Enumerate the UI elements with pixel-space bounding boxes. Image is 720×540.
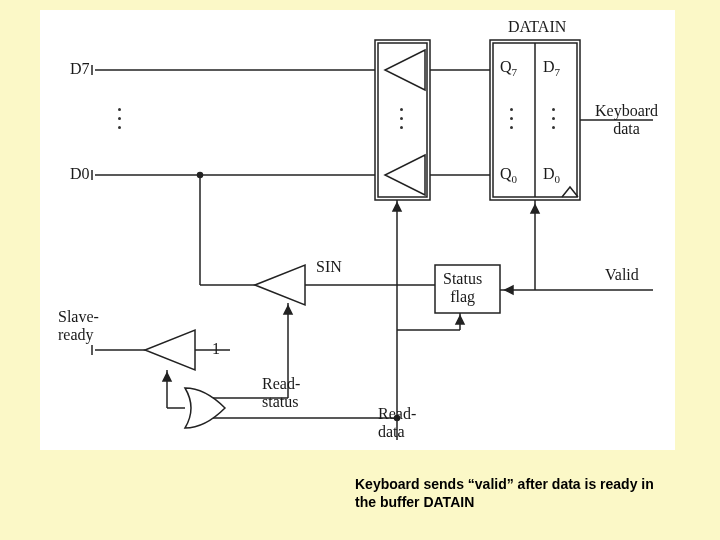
label-valid: Valid xyxy=(605,266,639,284)
label-keyboard-data: Keyboarddata xyxy=(595,102,658,138)
diagram-panel: D7 D0 DATAIN Q7 D7 Q0 D0 Keyboarddata Va… xyxy=(40,10,675,450)
label-q0: Q0 xyxy=(500,165,517,185)
label-d0: D0 xyxy=(70,165,90,183)
label-q7: Q7 xyxy=(500,58,517,78)
label-status-flag: Statusflag xyxy=(443,270,482,306)
schematic-svg xyxy=(40,10,675,450)
label-slave-ready: Slave-ready xyxy=(58,308,99,344)
label-one: 1 xyxy=(212,340,220,358)
svg-point-17 xyxy=(198,173,203,178)
ellipsis-buffers xyxy=(400,108,403,129)
ellipsis-d xyxy=(552,108,555,129)
label-read-status: Read-status xyxy=(262,375,300,411)
label-datain: DATAIN xyxy=(508,18,566,36)
label-d7r: D7 xyxy=(543,58,560,78)
label-d7: D7 xyxy=(70,60,90,78)
ellipsis-q xyxy=(510,108,513,129)
label-read-data: Read-data xyxy=(378,405,416,441)
label-d0r: D0 xyxy=(543,165,560,185)
ellipsis-left xyxy=(118,108,121,129)
caption-text: Keyboard sends “valid” after data is rea… xyxy=(355,475,675,511)
label-sin: SIN xyxy=(316,258,342,276)
